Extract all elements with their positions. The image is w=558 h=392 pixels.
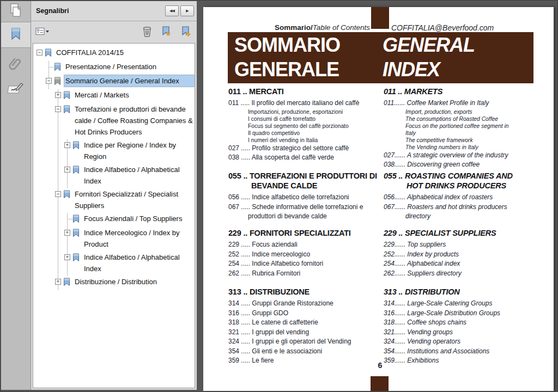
panel-title: Segnalibri [36, 7, 163, 15]
toc-entry: 316 ..... Gruppi GDO [228, 309, 382, 318]
toc-entry: 254...... Alphabetical index [384, 259, 518, 269]
toc-subentry: Importazioni, produzione, esportazioni [228, 108, 382, 115]
toc-entry: 229...... Top suppliers [384, 240, 518, 250]
toc-entry: 262 ..... Rubrica Fornitori [228, 269, 382, 279]
bookmark-item[interactable]: −Torrefazioni e produttori di bevande ca… [33, 103, 195, 138]
toc-entry: 321 ..... I gruppi del vending [228, 328, 382, 338]
footer-brown-square [371, 376, 389, 391]
bookmark-ribbon-icon [63, 190, 70, 201]
expand-node-icon[interactable]: + [64, 254, 70, 260]
bookmark-ribbon-icon [72, 166, 80, 176]
toc-section: 011 .. MARKETS011...... Coffee Market Pr… [384, 87, 518, 170]
expand-panel-button[interactable]: ▶ [180, 5, 194, 16]
bookmark-ribbon-icon [72, 253, 80, 264]
bookmark-label[interactable]: Indice Merceologico / Index by Product [83, 227, 195, 250]
expand-node-icon[interactable]: + [55, 279, 61, 285]
bookmark-item[interactable]: +Mercati / Markets [33, 89, 195, 102]
toc-section-heading: 011 .. MERCATI [228, 87, 382, 96]
bookmark-label[interactable]: Indice per Regione / Index by Region [83, 139, 195, 162]
bookmark-label[interactable]: Distribuzione / Distribution [74, 276, 195, 287]
header-site: COFFITALIA@Beverfood.com [391, 23, 494, 32]
title-banner: SOMMARIO GENERALE GENERAL INDEX [228, 32, 533, 83]
bookmarks-panel-header: Segnalibri ◀◀ ▶ [31, 1, 197, 21]
bookmark-label[interactable]: Torrefazioni e produttori di bevande cal… [74, 103, 195, 138]
toc-section: 011 .. MERCATI011 ..... Il profilo del m… [228, 87, 382, 163]
toc-entry: 354...... Institutions and Associations [384, 347, 518, 357]
bookmark-item[interactable]: −COFFITALIA 2014/15 [33, 47, 195, 59]
tree-connector-line [58, 139, 58, 164]
toc-section: 229 .. FORNITORI SPECIALIZZATI229 ..... … [228, 228, 382, 278]
thumbnails-tab[interactable] [1, 1, 31, 22]
bookmark-label-selected[interactable]: Sommario Generale / General Index [64, 75, 195, 87]
goto-bookmark-button[interactable] [180, 26, 191, 37]
bookmark-ribbon-icon [72, 215, 80, 225]
navigation-rail [1, 1, 31, 390]
expand-node-icon[interactable]: + [55, 92, 61, 98]
bookmark-item[interactable]: +Indice Merceologico / Index by Product [33, 227, 195, 250]
header-sommario: Sommario/ [275, 23, 313, 32]
bookmark-item[interactable]: +Distribuzione / Distribution [33, 276, 195, 289]
bookmark-ribbon-icon [72, 141, 80, 152]
toc-entry: 316...... Large-Scale Distribution Group… [384, 309, 518, 318]
bookmark-item[interactable]: Presentazione / Presentation [33, 61, 195, 74]
collapse-node-icon[interactable]: − [55, 106, 61, 112]
bookmark-item[interactable]: +Indice per Regione / Index by Region [33, 139, 195, 162]
pdf-page: Sommario/Table of Contents COFFITALIA@Be… [203, 7, 554, 391]
expand-node-icon[interactable]: + [64, 142, 70, 148]
bookmark-ribbon-icon [45, 48, 52, 59]
page-header-left: Sommario/Table of Contents [203, 23, 370, 32]
collapse-node-icon[interactable]: − [37, 50, 43, 56]
bookmarks-tab[interactable] [1, 22, 31, 48]
bookmark-label[interactable]: Focus Aziendali / Top Suppliers [83, 213, 195, 224]
signature-icon [8, 82, 24, 98]
signatures-tab[interactable] [1, 77, 31, 102]
new-bookmark-button[interactable] [161, 26, 172, 37]
bookmark-ribbon-icon [63, 105, 70, 116]
bookmark-item[interactable]: Focus Aziendali / Top Suppliers [33, 213, 195, 225]
bookmarks-tree: −COFFITALIA 2014/15Presentazione / Prese… [33, 43, 195, 388]
toc-entry: 067 ..... Schede informative delle torre… [228, 203, 382, 222]
collapse-panel-button[interactable]: ◀◀ [165, 5, 179, 16]
toc-entry: 011...... Coffee Market Profile in Italy [384, 99, 518, 108]
bookmark-ribbon-icon [63, 278, 70, 289]
collapse-node-icon[interactable]: − [46, 78, 52, 84]
bookmark-label[interactable]: Mercati / Markets [74, 89, 195, 101]
bookmark-label[interactable]: Indice Alfabetico / Alphabetical Index [83, 252, 195, 274]
toc-entry: 354 ..... Gli enti e le associazioni [228, 347, 382, 357]
toc-entry: 318...... Coffee shops chains [384, 318, 518, 328]
toc-entry: 056 ..... Indice alfabetico delle torref… [228, 193, 382, 203]
bookmark-label[interactable]: Presentazione / Presentation [64, 61, 195, 72]
toc-subentry: Il quadro competitivo [228, 130, 382, 137]
attachments-tab[interactable] [1, 52, 31, 77]
toc-entry: 359 ..... Le fiere [228, 356, 382, 366]
page-number: 6 [371, 361, 389, 370]
bookmark-ribbon-icon [54, 63, 61, 74]
bookmark-item[interactable]: −Sommario Generale / General Index [33, 75, 195, 88]
toc-entry: 252...... Index by products [384, 250, 518, 260]
toc-entry: 262...... Suppliers directory [384, 269, 518, 279]
delete-bookmark-button[interactable] [142, 26, 152, 37]
toc-section: 313 .. DISTRIBUZIONE314 ..... Gruppi Gra… [228, 287, 382, 366]
page-thumbnails-icon [9, 3, 23, 20]
bookmark-label[interactable]: COFFITALIA 2014/15 [55, 47, 195, 58]
toc-section: 313 .. DISTRIBUTION314...... Large-Scale… [384, 287, 518, 366]
toc-section-heading: 313 .. DISTRIBUZIONE [228, 287, 382, 297]
toc-section-heading: 229 .. FORNITORI SPECIALIZZATI [228, 228, 382, 238]
expand-node-icon[interactable]: + [64, 230, 70, 236]
bookmark-item[interactable]: −Fornitori Specializzati / Specialist Su… [33, 188, 195, 211]
toc-section-heading: 055 .. TORREFAZIONI E PRODUTTORI DI BEVA… [228, 171, 382, 191]
collapse-node-icon[interactable]: − [55, 191, 61, 197]
options-menu-button[interactable] [35, 27, 50, 36]
toc-entry: 252 ..... Indice merceologico [228, 250, 382, 260]
bookmarks-icon [10, 27, 21, 42]
paperclip-icon [8, 56, 24, 74]
expand-node-icon[interactable]: + [64, 167, 70, 173]
toc-entry: 038 ..... Alla scoperta del caffè verde [228, 153, 382, 163]
bookmark-label[interactable]: Indice Alfabetico / Alphabetical Index [83, 164, 195, 187]
toc-subentry: The competitive framework [384, 137, 518, 144]
bookmark-item[interactable]: +Indice Alfabetico / Alphabetical Index [33, 164, 195, 187]
bookmark-item[interactable]: +Indice Alfabetico / Alphabetical Index [33, 252, 195, 274]
bookmark-label[interactable]: Fornitori Specializzati / Specialist Sup… [74, 188, 195, 211]
bookmarks-toolbar [31, 21, 197, 42]
tree-connector-line [58, 213, 58, 227]
